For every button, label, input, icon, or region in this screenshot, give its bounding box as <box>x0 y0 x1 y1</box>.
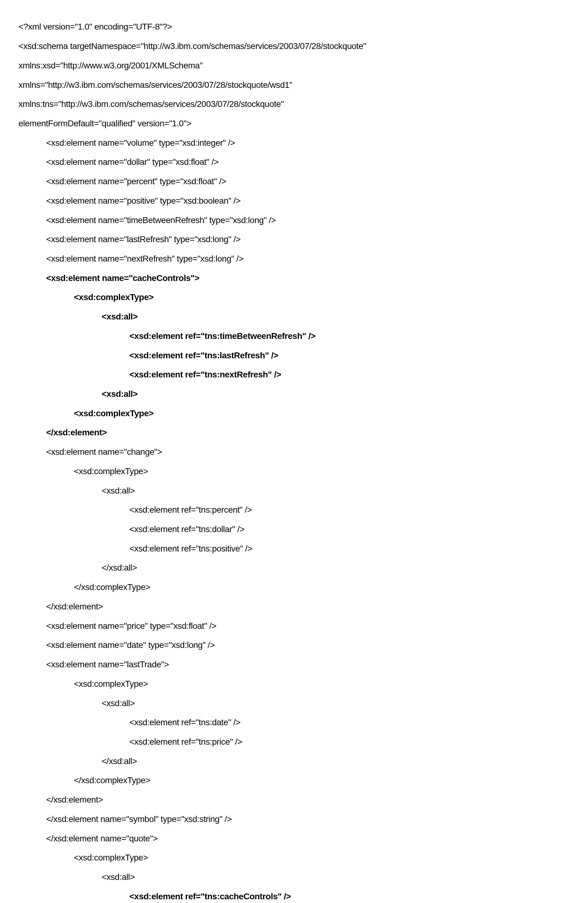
element-dollar: <xsd:element name="dollar" type="xsd:flo… <box>19 157 569 167</box>
complextype-open-lasttrade: <xsd:complexType> <box>19 679 569 689</box>
schema-open-line5: elementFormDefault="qualified" version="… <box>19 119 569 128</box>
ref-cachecontrols: <xsd:element ref="tns:cacheControls" /> <box>19 892 569 901</box>
element-close-lasttrade: </xsd:element> <box>19 795 569 804</box>
all-close-change: </xsd:all> <box>19 563 569 573</box>
element-cachecontrols-open: <xsd:element name="cacheControls"> <box>19 273 569 283</box>
complextype-open-change: <xsd:complexType> <box>19 466 569 476</box>
all-open-lasttrade: <xsd:all> <box>19 698 569 708</box>
ref-date: <xsd:element ref="tns:date" /> <box>19 717 569 727</box>
all-open-quote: <xsd:all> <box>19 872 569 882</box>
element-lasttrade-open: <xsd:element name="lastTrade"> <box>19 660 569 669</box>
xml-declaration: <?xml version="1.0" encoding="UTF-8"?> <box>19 22 569 31</box>
complextype-close-lasttrade: </xsd:complexType> <box>19 776 569 785</box>
element-timebetweenrefresh: <xsd:element name="timeBetweenRefresh" t… <box>19 216 569 225</box>
element-quote-open: </xsd:element name="quote"> <box>19 834 569 843</box>
element-close-change: </xsd:element> <box>19 602 569 611</box>
element-date: <xsd:element name="date" type="xsd:long"… <box>19 640 569 650</box>
complextype-open-quote: <xsd:complexType> <box>19 853 569 862</box>
schema-open-line3: xmlns="http://w3.ibm.com/schemas/service… <box>19 80 569 90</box>
ref-nextrefresh: <xsd:element ref="tns:nextRefresh" /> <box>19 370 569 379</box>
complextype-close-change: </xsd:complexType> <box>19 582 569 592</box>
all-open: <xsd:all> <box>19 312 569 321</box>
element-positive: <xsd:element name="positive" type="xsd:b… <box>19 196 569 206</box>
element-nextrefresh: <xsd:element name="nextRefresh" type="xs… <box>19 254 569 263</box>
element-volume: <xsd:element name="volume" type="xsd:int… <box>19 138 569 148</box>
element-percent: <xsd:element name="percent" type="xsd:fl… <box>19 176 569 186</box>
schema-open-line2: xmlns:xsd="http://www.w3.org/2001/XMLSch… <box>19 61 569 70</box>
all-close-lasttrade: </xsd:all> <box>19 756 569 766</box>
schema-open-line4: xmlns:tns="http://w3.ibm.com/schemas/ser… <box>19 99 569 109</box>
ref-percent: <xsd:element ref="tns:percent" /> <box>19 505 569 514</box>
element-lastrefresh: <xsd:element name="lastRefresh" type="xs… <box>19 234 569 244</box>
ref-price: <xsd:element ref="tns:price" /> <box>19 737 569 746</box>
all-close: <xsd:all> <box>19 389 569 399</box>
ref-positive: <xsd:element ref="tns:positive" /> <box>19 544 569 553</box>
all-open-change: <xsd:all> <box>19 486 569 496</box>
element-close: </xsd:element> <box>19 428 569 437</box>
element-change-open: <xsd:element name="change"> <box>19 447 569 456</box>
complextype-open: <xsd:complexType> <box>19 293 569 302</box>
ref-timebetweenrefresh: <xsd:element ref="tns:timeBetweenRefresh… <box>19 331 569 341</box>
complextype-close: <xsd:complexType> <box>19 409 569 418</box>
schema-open-line1: <xsd:schema targetNamespace="http://w3.i… <box>19 41 569 51</box>
element-symbol: </xsd:element name="symbol" type="xsd:st… <box>19 814 569 824</box>
element-price: <xsd:element name="price" type="xsd:floa… <box>19 621 569 631</box>
ref-dollar: <xsd:element ref="tns:dollar" /> <box>19 524 569 534</box>
ref-lastrefresh: <xsd:element ref="tns:lastRefresh" /> <box>19 351 569 360</box>
xml-schema-code: <?xml version="1.0" encoding="UTF-8"?> <… <box>19 12 569 903</box>
